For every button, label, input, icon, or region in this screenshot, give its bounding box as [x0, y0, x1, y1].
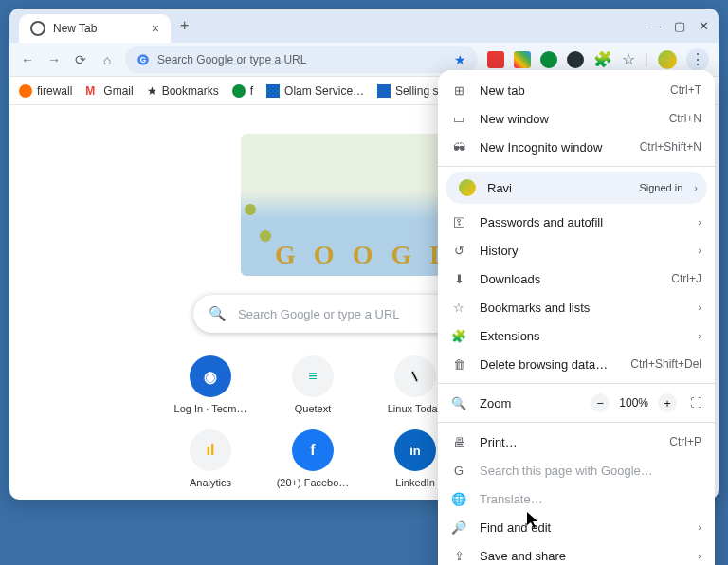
menu-new-window[interactable]: ▭New windowCtrl+N	[438, 104, 715, 133]
menu-history[interactable]: ↺History›	[438, 236, 715, 264]
profile-avatar[interactable]	[658, 50, 677, 69]
key-icon: ⚿	[451, 215, 466, 229]
search-placeholder: Search Google or type a URL	[238, 307, 400, 321]
translate-icon: 🌐	[451, 492, 466, 506]
menu-clear-data[interactable]: 🗑Delete browsing data…Ctrl+Shift+Del	[438, 350, 715, 378]
shortcut-icon: 𐑘	[394, 355, 436, 397]
tab-icon: ⊞	[451, 83, 466, 98]
chevron-right-icon: ›	[698, 330, 701, 341]
menu-bookmarks[interactable]: ☆Bookmarks and lists›	[438, 293, 715, 321]
ext-icon-2[interactable]	[514, 51, 531, 68]
google-icon: G	[451, 464, 466, 478]
print-icon: 🖶	[451, 435, 466, 449]
forward-button[interactable]: →	[46, 52, 63, 67]
f-icon	[232, 84, 246, 98]
back-button[interactable]: ←	[19, 52, 36, 67]
address-bar[interactable]: G Search Google or type a URL ★	[125, 46, 478, 73]
ext-icon-3[interactable]	[540, 51, 557, 68]
svg-text:G: G	[140, 55, 146, 64]
history-icon: ↺	[451, 244, 466, 258]
menu-extensions[interactable]: 🧩Extensions›	[438, 321, 715, 350]
tab-title: New Tab	[53, 22, 97, 35]
gmail-icon: M	[85, 84, 99, 98]
star-icon: ☆	[451, 301, 466, 315]
page-icon	[377, 84, 391, 98]
menu-save-share[interactable]: ⇪Save and share›	[438, 541, 715, 565]
zoom-icon: 🔍	[451, 396, 466, 410]
chevron-right-icon: ›	[694, 182, 698, 193]
menu-downloads[interactable]: ⬇DownloadsCtrl+J	[438, 264, 715, 293]
chevron-right-icon: ›	[698, 216, 701, 228]
menu-passwords[interactable]: ⚿Passwords and autofill›	[438, 208, 715, 236]
maximize-button[interactable]: ▢	[674, 19, 685, 33]
close-icon[interactable]: ×	[152, 21, 159, 36]
menu-print[interactable]: 🖶Print…Ctrl+P	[438, 428, 715, 456]
ext-icon-1[interactable]	[487, 51, 504, 68]
extensions-icon[interactable]: 🧩	[593, 50, 612, 68]
chevron-right-icon: ›	[698, 550, 701, 561]
shortcut-quetext[interactable]: ≡Quetext	[267, 355, 358, 414]
globe-icon	[30, 21, 46, 36]
menu-separator	[438, 422, 715, 423]
bookmark-bookmarks[interactable]: ★Bookmarks	[147, 84, 219, 98]
avatar-icon	[459, 179, 476, 196]
menu-find-edit[interactable]: 🔎Find and edit›	[438, 513, 715, 541]
shortcut-analytics[interactable]: ılAnalytics	[165, 429, 256, 488]
menu-profile[interactable]: Ravi Signed in ›	[446, 172, 707, 204]
flame-icon	[19, 84, 32, 98]
shortcut-tecm[interactable]: ◉Log In · Tecm…	[165, 355, 256, 414]
bookmark-star-icon[interactable]: ★	[454, 52, 466, 67]
extension-icons: 🧩 ☆ | ⋮	[487, 48, 709, 71]
shortcut-facebook[interactable]: f(20+) Facebo…	[267, 429, 358, 488]
window-controls: — ▢ ✕	[648, 19, 709, 33]
star-outline-icon[interactable]: ☆	[622, 50, 635, 68]
menu-new-tab[interactable]: ⊞New tabCtrl+T	[438, 76, 715, 104]
window-icon: ▭	[451, 112, 466, 126]
menu-incognito[interactable]: 🕶New Incognito windowCtrl+Shift+N	[438, 133, 715, 161]
zoom-in-button[interactable]: +	[658, 393, 677, 412]
shortcut-icon: ◉	[190, 355, 231, 397]
bookmark-gmail[interactable]: MGmail	[85, 84, 133, 98]
bookmark-olam[interactable]: Olam Service…	[266, 84, 364, 98]
incognito-icon: 🕶	[451, 140, 466, 155]
chrome-menu: ⊞New tabCtrl+T ▭New windowCtrl+N 🕶New In…	[438, 70, 715, 565]
fullscreen-icon[interactable]: ⛶	[690, 396, 701, 410]
tab-newtab[interactable]: New Tab ×	[19, 14, 171, 43]
menu-separator	[438, 383, 715, 384]
bookmark-f[interactable]: f	[232, 84, 253, 98]
new-tab-button[interactable]: +	[180, 17, 189, 34]
google-icon: G	[136, 53, 150, 66]
shortcut-icon: in	[394, 429, 436, 471]
shortcut-icon: ıl	[190, 429, 231, 471]
menu-search-page: GSearch this page with Google…	[438, 456, 715, 484]
zoom-out-button[interactable]: −	[591, 393, 610, 412]
address-placeholder: Search Google or type a URL	[157, 53, 306, 66]
chevron-right-icon: ›	[698, 301, 701, 313]
chevron-right-icon: ›	[698, 521, 701, 533]
shortcut-icon: f	[292, 429, 334, 471]
ext-icon-4[interactable]	[567, 51, 584, 68]
search-icon: 🔎	[451, 520, 466, 535]
title-bar: New Tab × + — ▢ ✕	[9, 9, 719, 43]
chevron-right-icon: ›	[698, 245, 701, 256]
download-icon: ⬇	[451, 272, 466, 286]
bookmark-firewall[interactable]: firewall	[19, 84, 72, 98]
menu-translate: 🌐Translate…	[438, 484, 715, 513]
search-icon: 🔍	[209, 305, 227, 322]
more-menu-button[interactable]: ⋮	[686, 48, 709, 71]
shortcut-icon: ≡	[292, 355, 334, 397]
home-button[interactable]: ⌂	[99, 52, 116, 67]
zoom-controls: − 100% + ⛶	[591, 393, 701, 412]
menu-zoom: 🔍Zoom − 100% + ⛶	[438, 389, 715, 417]
page-icon	[266, 84, 280, 98]
close-button[interactable]: ✕	[699, 19, 709, 33]
puzzle-icon: 🧩	[451, 329, 466, 343]
menu-separator	[438, 166, 715, 167]
trash-icon: 🗑	[451, 357, 466, 372]
minimize-button[interactable]: —	[648, 19, 661, 33]
reload-button[interactable]: ⟳	[72, 52, 89, 67]
share-icon: ⇪	[451, 549, 466, 563]
zoom-value: 100%	[619, 396, 648, 410]
doodle-text: G O O G L	[275, 240, 453, 270]
star-icon: ★	[147, 84, 157, 98]
